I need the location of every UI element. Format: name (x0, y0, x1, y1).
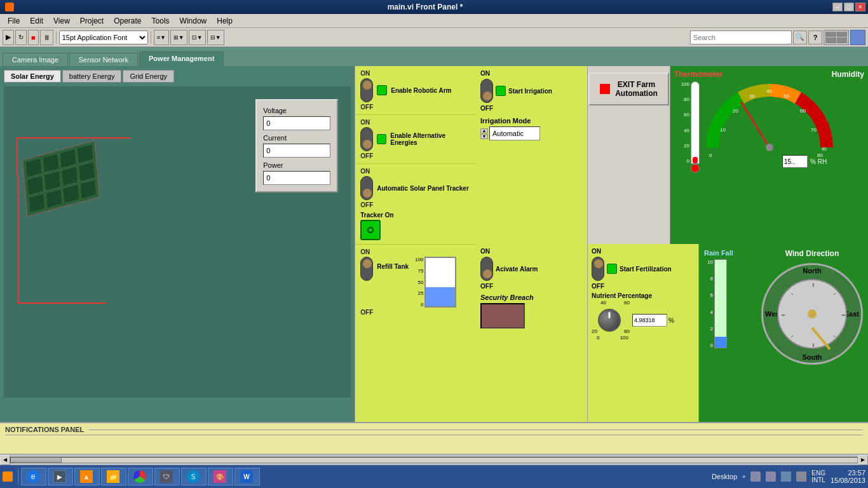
solar-tracker-toggle[interactable] (360, 176, 373, 200)
thermo-humidity-titles: Thermometer Humidity (674, 70, 864, 79)
menu-edit[interactable]: Edit (25, 15, 48, 27)
menu-tools[interactable]: Tools (147, 15, 175, 27)
sub-tab-grid[interactable]: Grid Energy (123, 70, 174, 83)
align-button[interactable]: ≡▼ (154, 30, 169, 45)
thermo-bulb (691, 164, 700, 173)
close-button[interactable]: ✕ (855, 3, 865, 11)
alarm-section: ON Acivate Alarm OFF Security Breach (477, 244, 588, 422)
right-panel: ON Start Irrigation OFF Irrigation Mode … (477, 66, 868, 422)
taskbar-media[interactable]: ▶ (48, 468, 73, 485)
knob-marker (609, 312, 611, 318)
robotic-arm-label: Enable Robotic Arm (391, 87, 451, 94)
taskbar-right: Desktop » ENGINTL 23:57 15/08/2013 (712, 469, 865, 484)
mode-down-btn[interactable]: ▼ (480, 134, 488, 139)
exit-button[interactable]: EXIT FarmAutomation (588, 72, 669, 105)
svg-text:90: 90 (822, 147, 827, 151)
scroll-left-btn[interactable]: ◀ (0, 455, 10, 465)
taskbar-explorer[interactable]: 📁 (101, 468, 126, 485)
taskbar-date: 15/08/2013 (831, 477, 865, 484)
help-button[interactable]: ? (808, 30, 822, 44)
tray-icon-2 (766, 471, 776, 482)
irrigation-mode-input[interactable] (489, 126, 540, 140)
taskbar-arrows[interactable]: » (742, 473, 745, 480)
svg-text:0: 0 (709, 152, 712, 158)
taskbar-vlc[interactable]: ▲ (74, 468, 100, 485)
word-icon: W (240, 470, 253, 483)
menu-operate[interactable]: Operate (109, 15, 146, 27)
tab-sensor-network[interactable]: Sensor Network (69, 53, 138, 66)
robotic-arm-toggle[interactable] (360, 78, 373, 102)
power-label: Power (263, 161, 330, 169)
refill-tank-label: Refill Tank (377, 263, 409, 270)
tracker-on-section: Tracker On (360, 211, 471, 240)
security-breach-indicator (480, 303, 525, 329)
tab-power-management[interactable]: Power Management (139, 51, 224, 66)
search-button[interactable]: 🔍 (793, 30, 807, 44)
toolbar: ▶ ↻ ■ ⏸ 15pt Application Font ≡▼ ⊞▼ ⊡▼ ⊟… (0, 28, 868, 47)
taskbar-chrome[interactable] (128, 468, 153, 485)
run-button[interactable]: ▶ (3, 30, 14, 45)
robotic-arm-section: ON Enable Robotic Arm OFF (355, 66, 477, 115)
run-cont-button[interactable]: ↻ (15, 30, 27, 45)
search-input[interactable] (690, 30, 792, 44)
menu-bar: File Edit View Project Operate Tools Win… (0, 14, 868, 28)
explorer-icon: 📁 (107, 470, 119, 483)
dist-button[interactable]: ⊞▼ (170, 30, 187, 45)
tab-camera-image[interactable]: Camera Image (3, 53, 68, 66)
right-bottom-row: ON Acivate Alarm OFF Security Breach ON (477, 244, 868, 422)
taskbar-ie[interactable]: e (21, 468, 46, 485)
window-controls: ─ □ ✕ (832, 3, 865, 11)
resize-button[interactable]: ⊡▼ (189, 30, 206, 45)
pause-button[interactable]: ⏸ (40, 30, 53, 45)
irrigation-section: ON Start Irrigation OFF Irrigation Mode … (477, 66, 588, 244)
humidity-value-input[interactable] (782, 155, 808, 168)
wind-compass-container: North South East West (761, 263, 863, 365)
irrigation-mode-section: Irrigation Mode ▲ ▼ (480, 117, 583, 140)
maximize-button[interactable]: □ (844, 3, 854, 11)
alarm-off-label: OFF (480, 283, 583, 290)
solar-line-base (18, 302, 107, 304)
compass-center-dot (808, 309, 817, 318)
sub-tabs: Solar Energy battery Energy Grid Energy (4, 70, 351, 83)
scroll-right-btn[interactable]: ▶ (858, 455, 868, 465)
taskbar-paint[interactable]: 🎨 (208, 468, 233, 485)
mode-up-btn[interactable]: ▲ (480, 128, 488, 133)
alt-energies-toggle[interactable] (360, 127, 372, 151)
refill-tank-section: ON Refill Tank 1007550250 OFF (355, 245, 477, 320)
thermo-humidity-section: Thermometer Humidity 100806040200 (670, 66, 868, 244)
tank-water-level (426, 287, 455, 306)
taskbar-desktop[interactable]: Desktop (712, 473, 737, 480)
scrollbar-thumb[interactable] (11, 458, 62, 463)
irrigation-toggle[interactable] (480, 79, 493, 103)
minimize-button[interactable]: ─ (832, 3, 843, 11)
menu-project[interactable]: Project (75, 15, 109, 27)
menu-view[interactable]: View (48, 15, 75, 27)
sub-tab-solar[interactable]: Solar Energy (4, 70, 61, 83)
fertilization-toggle[interactable] (592, 257, 604, 281)
knob-scale-80: 80 (624, 329, 630, 334)
current-input[interactable] (263, 144, 330, 158)
refill-tank-toggle[interactable] (360, 257, 373, 281)
menu-window[interactable]: Window (175, 15, 212, 27)
power-input[interactable] (263, 171, 330, 185)
order-button[interactable]: ⊟▼ (207, 30, 224, 45)
menu-help[interactable]: Help (212, 15, 238, 27)
menu-file[interactable]: File (3, 15, 25, 27)
scrollbar-track[interactable] (10, 457, 858, 463)
toolbar-sep1 (56, 31, 57, 44)
solar-line-h (17, 137, 131, 139)
current-label: Current (263, 134, 330, 142)
taskbar-word[interactable]: W (234, 468, 260, 485)
knob-scale-20: 20 (592, 329, 597, 334)
alarm-toggle[interactable] (480, 257, 493, 281)
sub-tab-battery[interactable]: battery Energy (62, 70, 122, 83)
taskbar-skype[interactable]: S (181, 468, 207, 485)
nutrient-knob[interactable] (598, 309, 621, 332)
font-selector[interactable]: 15pt Application Font (59, 30, 148, 44)
nutrient-value-input[interactable] (632, 314, 667, 327)
abort-button[interactable]: ■ (28, 30, 39, 45)
exit-label: EXIT FarmAutomation (615, 80, 658, 98)
taskbar-firewall[interactable]: 🛡 (154, 468, 180, 485)
voltage-input[interactable] (263, 116, 330, 130)
nutrient-label: Nutrient Percentage (592, 292, 695, 299)
